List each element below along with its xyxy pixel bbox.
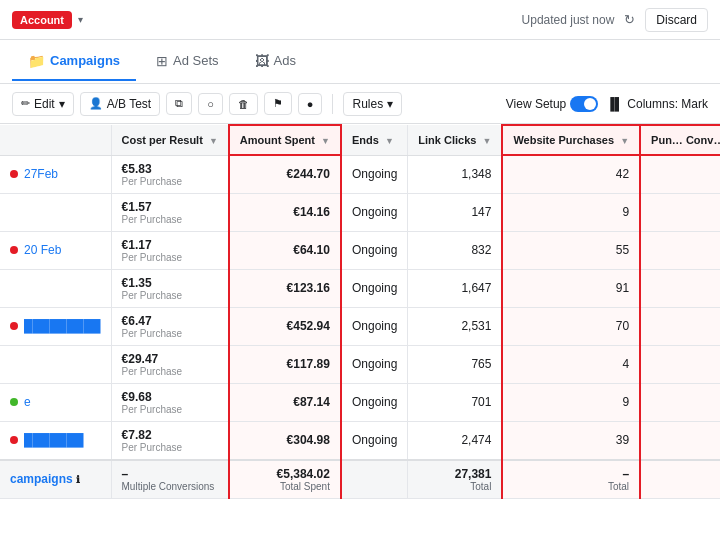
tab-campaigns-label: Campaigns (50, 53, 120, 68)
table-body: 27Feb€5.83Per Purchase€244.70Ongoing1,34… (0, 155, 720, 498)
campaign-name-label[interactable]: e (24, 395, 31, 409)
trash-icon: 🗑 (238, 98, 249, 110)
cell-purchases: 4 (502, 345, 640, 383)
table-row: 27Feb€5.83Per Purchase€244.70Ongoing1,34… (0, 155, 720, 193)
cell-conv-value (640, 383, 720, 421)
cell-conv-value (640, 193, 720, 231)
cell-amount: €244.70 (229, 155, 341, 193)
cell-amount: €64.10 (229, 231, 341, 269)
cell-ends: Ongoing (341, 307, 408, 345)
cell-purchases: 55 (502, 231, 640, 269)
cell-amount: €117.89 (229, 345, 341, 383)
col-ends[interactable]: Ends ▼ (341, 125, 408, 155)
delete-button[interactable]: 🗑 (229, 93, 258, 115)
top-bar-left: Account ▾ (12, 11, 83, 29)
cell-cost: €1.57Per Purchase (111, 193, 229, 231)
account-chevron-icon[interactable]: ▾ (78, 14, 83, 25)
tab-campaigns[interactable]: 📁 Campaigns (12, 43, 136, 81)
status-dot (10, 322, 18, 330)
ab-test-button[interactable]: 👤 A/B Test (80, 92, 160, 116)
col-website-purchases[interactable]: Website Purchases ▼ (502, 125, 640, 155)
rules-chevron-icon: ▾ (387, 97, 393, 111)
cell-ends: Ongoing (341, 421, 408, 460)
adsets-icon: ⊞ (156, 53, 168, 69)
edit-button[interactable]: ✏ Edit ▾ (12, 92, 74, 116)
edit-chevron-icon: ▾ (59, 97, 65, 111)
ab-test-icon: 👤 (89, 97, 103, 110)
rules-label: Rules (352, 97, 383, 111)
campaigns-table: Cost per Result ▼ Amount Spent ▼ Ends ▼ … (0, 124, 720, 499)
campaign-name-label[interactable]: 20 Feb (24, 243, 61, 257)
cell-ends: Ongoing (341, 193, 408, 231)
tab-ads-label: Ads (274, 53, 296, 68)
sort-icon-clicks: ▼ (482, 136, 491, 146)
col-amount-spent[interactable]: Amount Spent ▼ (229, 125, 341, 155)
table-row: €29.47Per Purchase€117.89Ongoing7654 (0, 345, 720, 383)
cell-purchases: 70 (502, 307, 640, 345)
toolbar: ✏ Edit ▾ 👤 A/B Test ⧉ ○ 🗑 ⚑ ● Rules ▾ Vi… (0, 84, 720, 124)
campaigns-icon: 📁 (28, 53, 45, 69)
more-button[interactable]: ● (298, 93, 323, 115)
cell-clicks: 1,647 (408, 269, 503, 307)
cell-campaign-name: 27Feb (0, 155, 111, 193)
total-ends-cell (341, 460, 408, 499)
edit-icon: ✏ (21, 97, 30, 110)
refresh-icon[interactable]: ↻ (624, 12, 635, 27)
ab-test-label: A/B Test (107, 97, 151, 111)
view-setup-toggle[interactable] (570, 96, 598, 112)
cell-purchases: 91 (502, 269, 640, 307)
table-row: €1.35Per Purchase€123.16Ongoing1,64791 (0, 269, 720, 307)
campaign-name-label[interactable]: ███████ (24, 433, 84, 447)
table-row: 20 Feb€1.17Per Purchase€64.10Ongoing8325… (0, 231, 720, 269)
cell-purchases: 39 (502, 421, 640, 460)
cell-purchases: 9 (502, 193, 640, 231)
cell-cost: €29.47Per Purchase (111, 345, 229, 383)
cell-campaign-name: █████████ (0, 307, 111, 345)
discard-button[interactable]: Discard (645, 8, 708, 32)
status-dot (10, 170, 18, 178)
cell-cost: €5.83Per Purchase (111, 155, 229, 193)
cell-campaign-name (0, 345, 111, 383)
view-setup: View Setup (506, 96, 599, 112)
total-conv-cell (640, 460, 720, 499)
tab-adsets[interactable]: ⊞ Ad Sets (140, 43, 235, 81)
cell-ends: Ongoing (341, 383, 408, 421)
cell-campaign-name: 20 Feb (0, 231, 111, 269)
total-name-cell: campaigns ℹ (0, 460, 111, 499)
status-dot (10, 246, 18, 254)
cell-cost: €9.68Per Purchase (111, 383, 229, 421)
cell-purchases: 9 (502, 383, 640, 421)
campaign-name-label[interactable]: █████████ (24, 319, 101, 333)
sort-icon-ends: ▼ (385, 136, 394, 146)
cell-conv-value (640, 421, 720, 460)
columns-label: Columns: Mark (627, 97, 708, 111)
cell-ends: Ongoing (341, 155, 408, 193)
cell-campaign-name: e (0, 383, 111, 421)
col-purchases-conv-value[interactable]: Pun… Conv… Valu… (640, 125, 720, 155)
total-cost-cell: –Multiple Conversions (111, 460, 229, 499)
sort-icon-purchases: ▼ (620, 136, 629, 146)
top-bar: Account ▾ Updated just now ↻ Discard (0, 0, 720, 40)
top-bar-right: Updated just now ↻ Discard (522, 8, 708, 32)
toolbar-divider (332, 94, 333, 114)
campaign-name-label[interactable]: 27Feb (24, 167, 58, 181)
tab-ads[interactable]: 🖼 Ads (239, 43, 312, 81)
columns-button[interactable]: ▐▌ Columns: Mark (606, 97, 708, 111)
tab-adsets-label: Ad Sets (173, 53, 219, 68)
schedule-button[interactable]: ○ (198, 93, 223, 115)
total-row: campaigns ℹ –Multiple Conversions €5,384… (0, 460, 720, 499)
col-cost-per-result[interactable]: Cost per Result ▼ (111, 125, 229, 155)
cell-cost: €6.47Per Purchase (111, 307, 229, 345)
flag-button[interactable]: ⚑ (264, 92, 292, 115)
col-campaign-name (0, 125, 111, 155)
cell-clicks: 147 (408, 193, 503, 231)
table-container[interactable]: Cost per Result ▼ Amount Spent ▼ Ends ▼ … (0, 124, 720, 540)
cell-cost: €1.35Per Purchase (111, 269, 229, 307)
cell-conv-value (640, 269, 720, 307)
edit-label: Edit (34, 97, 55, 111)
duplicate-button[interactable]: ⧉ (166, 92, 192, 115)
rules-button[interactable]: Rules ▾ (343, 92, 402, 116)
view-setup-label: View Setup (506, 97, 567, 111)
col-link-clicks[interactable]: Link Clicks ▼ (408, 125, 503, 155)
cell-amount: €14.16 (229, 193, 341, 231)
